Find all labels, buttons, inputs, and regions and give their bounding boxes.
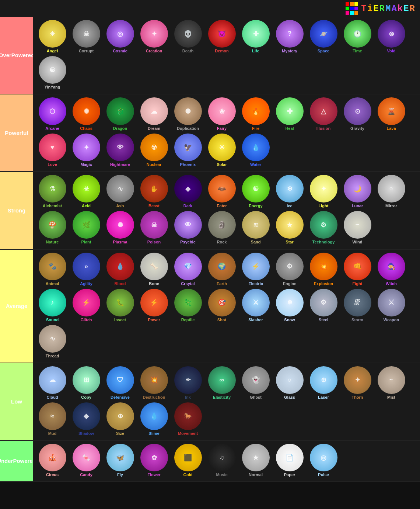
item-explosion: 💥Explosion [307, 253, 340, 286]
item-label-cloud: Cloud [46, 395, 58, 399]
item-icon-ice: ❄ [287, 185, 293, 193]
item-circle-reptile: 🦎 [174, 289, 202, 316]
item-label-space: Space [318, 49, 329, 53]
item-icon-demon: 😈 [218, 30, 226, 38]
item-icon-sand: ≋ [253, 221, 259, 229]
item-circle-snow: ❄ [276, 289, 304, 316]
item-icon-lunar: 🌙 [353, 185, 361, 193]
tier-items-average: 🐾Animal»Agility💧Blood🦴Bone💎Crsytal🌍Earth… [33, 250, 420, 363]
item-circle-bone: 🦴 [140, 253, 168, 280]
item-icon-slasher: ⚔ [253, 298, 259, 307]
item-icon-glass: ○ [288, 376, 292, 384]
item-circle-magic: ✦ [73, 134, 100, 161]
item-label-normal: Normal [249, 472, 263, 477]
item-icon-lava: 🌋 [387, 107, 395, 115]
item-copy: ⊞Copy [70, 366, 102, 399]
item-circle-cloud: ☁ [39, 366, 66, 394]
item-thread: ∿Thread [36, 325, 69, 358]
item-label-time: Time [353, 49, 362, 53]
item-label-thread: Thread [46, 354, 59, 358]
item-icon-glitch: ⚡ [82, 298, 90, 307]
item-storm: ⛈Storm [341, 289, 374, 322]
item-icon-movement: 🐎 [184, 412, 192, 420]
item-label-mirror: Mirror [385, 204, 397, 208]
item-label-insect: Insect [114, 318, 126, 322]
item-psychic: 👁Psychic [172, 211, 204, 244]
item-label-cosmic: Cosmic [113, 49, 127, 53]
item-lunar: 🌙Lunar [341, 175, 374, 208]
item-circle-thread: ∿ [39, 325, 66, 353]
item-circle-creation: ✦ [140, 20, 168, 48]
item-icon-thorn: ✦ [355, 376, 360, 384]
item-label-dragon: Dragon [113, 126, 127, 131]
item-icon-flower: ✿ [151, 454, 157, 462]
tier-label-average: Average [0, 250, 33, 363]
item-label-angel: Angel [47, 49, 58, 53]
item-label-alchemist: Alchemist [43, 204, 62, 208]
item-circle-star: ★ [276, 211, 304, 239]
item-dream: ☁Dream [138, 97, 170, 131]
item-circle-demon: 😈 [208, 20, 236, 48]
item-label-phoenix: Phoenix [180, 162, 196, 167]
item-shadow: ◆Shadow [70, 402, 102, 436]
item-label-candy: Candy [80, 472, 92, 477]
item-circle-paper: 📄 [276, 444, 304, 471]
app-title: TiERMAkER [361, 4, 416, 14]
item-icon-laser: ⊕ [321, 376, 326, 384]
item-icon-illusion: △ [321, 107, 326, 115]
item-label-snow: Snow [284, 318, 295, 322]
item-icon-shadow: ◆ [84, 412, 89, 420]
item-icon-ash: ∿ [118, 185, 123, 193]
item-size: ⊕Size [104, 402, 136, 436]
item-label-nature: Nature [46, 240, 59, 244]
item-circle-sand: ≋ [242, 211, 270, 239]
item-icon-mist: ~ [389, 376, 393, 384]
item-icon-size: ⊕ [118, 412, 123, 420]
item-flower: ✿Flower [138, 444, 170, 477]
item-ink: ✒Ink [172, 366, 204, 399]
item-icon-cosmic: ◎ [117, 30, 123, 38]
item-label-fire: Fire [252, 126, 259, 131]
tier-label-underpowered: UnderPowered [0, 441, 33, 481]
item-fight: 👊Fight [341, 253, 374, 286]
item-illusion: △Illusion [307, 97, 340, 131]
item-normal: ★Normal [239, 444, 272, 477]
item-icon-time: 🕐 [353, 30, 361, 38]
item-circle-power: ⚡ [140, 289, 168, 316]
item-icon-circus: 🎪 [48, 454, 56, 462]
item-label-light: Light [319, 204, 329, 208]
item-circle-technology: ⚙ [310, 211, 337, 239]
item-dragon: 🐉Dragon [104, 97, 136, 131]
item-icon-yinyang: ☯ [49, 66, 55, 74]
logo-cell-0 [346, 2, 349, 6]
item-circle-solar: ☀ [208, 134, 236, 161]
item-circle-earth: 🌍 [208, 253, 236, 280]
item-label-flower: Flower [147, 472, 160, 477]
item-icon-arcane: ⬡ [49, 107, 55, 115]
item-circle-arcane: ⬡ [39, 97, 66, 125]
tier-label-low: Low [0, 363, 33, 440]
item-label-eater: Eater [217, 204, 227, 208]
item-icon-eater: 🦇 [218, 185, 226, 193]
item-icon-gravity: ⊙ [355, 107, 360, 115]
tier-label-strong: Strong [0, 172, 33, 249]
item-label-copy: Copy [81, 395, 91, 399]
item-circle-crystal: 💎 [174, 253, 202, 280]
item-icon-energy: ☯ [253, 185, 259, 193]
item-circle-insect: 🐛 [106, 289, 134, 316]
item-eater: 🦇Eater [206, 175, 238, 208]
item-circle-pulse: ◎ [310, 444, 337, 471]
item-destruction: 💥Destruction [138, 366, 170, 399]
item-circle-explosion: 💥 [310, 253, 337, 280]
item-circle-gravity: ⊙ [344, 97, 371, 125]
item-icon-candy: 🍬 [82, 454, 90, 462]
item-icon-solar: ☀ [219, 143, 225, 152]
item-fly: 🦋Fly [104, 444, 136, 477]
item-fire: 🔥Fire [239, 97, 272, 131]
item-label-ink: Ink [185, 395, 191, 399]
item-circle-poison: ☠ [140, 211, 168, 239]
item-icon-mud: ≈ [50, 412, 54, 420]
item-circle-energy: ☯ [242, 175, 270, 202]
item-solar: ☀Solar [206, 134, 238, 167]
item-label-sand: Sand [251, 240, 261, 244]
